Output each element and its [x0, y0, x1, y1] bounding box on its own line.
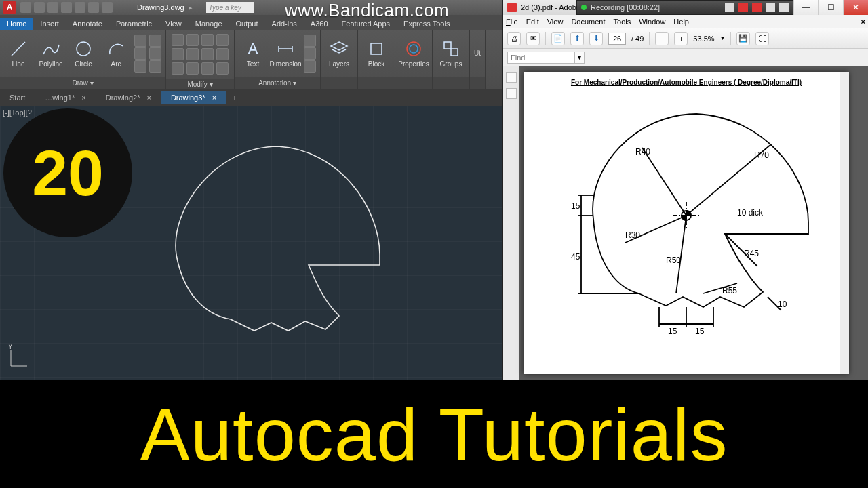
polyline-button[interactable]: Polyline: [37, 33, 65, 74]
table-icon[interactable]: [304, 47, 316, 60]
tab-view[interactable]: View: [159, 18, 189, 30]
dimension-button[interactable]: Dimension: [271, 33, 300, 74]
close-button[interactable]: ✕: [843, 0, 868, 15]
help-search-input[interactable]: Type a key: [206, 2, 254, 13]
doc-tab-start[interactable]: Start: [0, 91, 35, 104]
find-dropdown-icon[interactable]: ▼: [575, 52, 585, 64]
panel-title-draw[interactable]: Draw ▾: [0, 77, 165, 89]
zoom-out-icon[interactable]: −: [655, 32, 669, 45]
rect-icon[interactable]: [134, 35, 146, 47]
page-scrollbar[interactable]: [840, 72, 849, 374]
menu-window[interactable]: Window: [639, 18, 665, 26]
prev-page-icon[interactable]: ⬆: [570, 32, 584, 45]
save-icon[interactable]: 💾: [736, 32, 750, 45]
region-icon[interactable]: [149, 60, 161, 73]
menu-view[interactable]: View: [547, 18, 564, 26]
tab-output[interactable]: Output: [229, 18, 265, 30]
mtext-icon[interactable]: [304, 60, 316, 73]
stop-icon[interactable]: [752, 3, 762, 12]
qat-open-icon[interactable]: [34, 2, 45, 13]
episode-badge: 20: [3, 108, 132, 237]
tab-home[interactable]: Home: [0, 18, 33, 30]
reader-viewport[interactable]: For Mechanical/Production/Automobile Eng…: [503, 66, 868, 380]
zoom-value[interactable]: 53.5%: [693, 35, 714, 43]
maximize-button[interactable]: ☐: [818, 0, 844, 15]
groups-button[interactable]: Groups: [437, 33, 465, 74]
tab-insert[interactable]: Insert: [33, 18, 66, 30]
nav-pane: [503, 66, 519, 380]
spline-icon[interactable]: [149, 47, 161, 60]
panel-title-modify[interactable]: Modify ▾: [166, 79, 234, 89]
camera-icon[interactable]: [766, 3, 775, 12]
copy-icon[interactable]: [172, 48, 184, 60]
menu-file[interactable]: File: [506, 18, 518, 26]
close-tab-icon[interactable]: ×: [212, 94, 216, 102]
ellipse-icon[interactable]: [149, 35, 161, 47]
mirror-icon[interactable]: [186, 48, 199, 60]
qat-redo-icon[interactable]: [102, 2, 113, 13]
tab-manage[interactable]: Manage: [189, 18, 229, 30]
scale-icon[interactable]: [186, 62, 199, 75]
menu-tools[interactable]: Tools: [614, 18, 631, 26]
block-button[interactable]: Block: [362, 33, 391, 74]
properties-button[interactable]: Properties: [399, 33, 428, 74]
panel-annotation: AText Dimension Annotation ▾: [235, 30, 321, 89]
circle-button[interactable]: Circle: [69, 33, 98, 74]
pages-icon[interactable]: 📄: [551, 32, 565, 45]
panel-modify: Modify ▾: [166, 30, 235, 89]
tab-annotate[interactable]: Annotate: [66, 18, 109, 30]
close-bandicam-icon[interactable]: [779, 3, 789, 12]
qat-saveas-icon[interactable]: [61, 2, 72, 13]
point-icon[interactable]: [134, 60, 146, 73]
stretch-icon[interactable]: [172, 62, 184, 75]
text-button[interactable]: AText: [239, 33, 267, 74]
panel-title-annotation[interactable]: Annotation ▾: [235, 77, 320, 89]
viewport-label[interactable]: [-][Top][?: [3, 108, 32, 117]
svg-line-18: [676, 216, 686, 293]
minimize-button[interactable]: —: [793, 0, 818, 15]
line-button[interactable]: Line: [4, 33, 33, 74]
bookmarks-icon[interactable]: [506, 88, 517, 99]
svg-text:R45: R45: [744, 249, 759, 258]
new-tab-button[interactable]: +: [226, 94, 243, 102]
arc-button[interactable]: Arc: [102, 33, 130, 74]
move-icon[interactable]: [172, 34, 184, 46]
erase-icon[interactable]: [216, 34, 229, 46]
layers-button[interactable]: Layers: [325, 33, 353, 74]
menu-document[interactable]: Document: [571, 18, 605, 26]
qat-plot-icon[interactable]: [75, 2, 85, 13]
qat-undo-icon[interactable]: [88, 2, 99, 13]
reader-menubar: File Edit View Document Tools Window Hel…: [503, 15, 868, 28]
mdi-close-button[interactable]: ×: [861, 18, 865, 26]
record-icon[interactable]: [738, 3, 748, 12]
doc-tab-drawing3[interactable]: Drawing3*×: [161, 91, 226, 104]
rotate-icon[interactable]: [186, 34, 199, 46]
find-input[interactable]: [507, 52, 575, 64]
hatch-icon[interactable]: [134, 47, 146, 60]
array-icon[interactable]: [201, 62, 214, 75]
print-icon[interactable]: 🖨: [507, 32, 521, 45]
qat-new-icon[interactable]: [20, 2, 31, 13]
svg-text:45: 45: [571, 252, 580, 262]
offset-icon[interactable]: [216, 62, 229, 75]
next-page-icon[interactable]: ⬇: [589, 32, 603, 45]
trim-icon[interactable]: [201, 34, 214, 46]
doc-tab-drawing1[interactable]: …wing1*×: [35, 91, 96, 104]
close-tab-icon[interactable]: ×: [81, 94, 85, 102]
menu-help[interactable]: Help: [673, 18, 689, 26]
leader-icon[interactable]: [304, 35, 316, 47]
pencil-icon[interactable]: [725, 3, 734, 12]
fillet-icon[interactable]: [201, 48, 214, 60]
doc-tab-drawing2[interactable]: Drawing2*×: [96, 91, 161, 104]
page-number-input[interactable]: [608, 33, 626, 45]
tab-parametric[interactable]: Parametric: [109, 18, 159, 30]
zoom-in-icon[interactable]: +: [674, 32, 688, 45]
menu-edit[interactable]: Edit: [526, 18, 539, 26]
fit-icon[interactable]: ⛶: [755, 32, 769, 45]
autocad-logo-icon[interactable]: A: [3, 1, 16, 14]
thumbnails-icon[interactable]: [506, 72, 517, 83]
qat-save-icon[interactable]: [47, 2, 58, 13]
close-tab-icon[interactable]: ×: [146, 94, 151, 102]
email-icon[interactable]: ✉: [526, 32, 540, 45]
explode-icon[interactable]: [216, 48, 229, 60]
